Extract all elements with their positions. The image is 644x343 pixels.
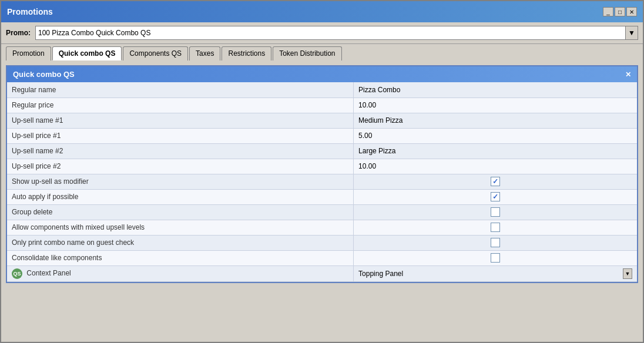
field-label-upsell-name-1: Up-sell name #1 <box>7 113 354 128</box>
table-row: Only print combo name on guest check <box>7 235 637 250</box>
field-cell-consolidate <box>354 250 637 265</box>
tab-promotion[interactable]: Promotion <box>6 46 51 60</box>
qs-icon: QS <box>12 268 22 279</box>
field-cell-show-upsell <box>354 174 637 189</box>
table-row: Up-sell name #2 Large Pizza <box>7 143 637 159</box>
checkbox-wrapper-auto-apply <box>358 192 632 201</box>
checkbox-allow-mixed[interactable] <box>491 223 500 232</box>
field-value-upsell-price-1[interactable]: 5.00 <box>354 128 637 143</box>
table-row: Auto apply if possible <box>7 189 637 204</box>
table-row: Regular name Pizza Combo <box>7 82 637 97</box>
dropdown-arrow-icon: ▼ <box>628 29 635 37</box>
minimize-button[interactable]: _ <box>603 7 613 16</box>
tab-token-distribution[interactable]: Token Distribution <box>273 46 341 60</box>
table-row: Consolidate like components <box>7 250 637 265</box>
field-cell-auto-apply <box>354 189 637 204</box>
table-row: Group delete <box>7 204 637 220</box>
window-title: Promotions <box>7 7 53 16</box>
checkbox-wrapper-group-delete <box>358 207 632 217</box>
field-cell-context-panel: Topping Panel ▼ <box>354 265 637 281</box>
table-row: QS Context Panel Topping Panel ▼ <box>7 265 637 281</box>
checkbox-wrapper-consolidate <box>358 253 632 263</box>
context-panel-label: Context Panel <box>26 269 71 277</box>
checkbox-wrapper-allow-mixed <box>358 223 632 232</box>
field-value-regular-name[interactable]: Pizza Combo <box>354 82 637 97</box>
field-cell-allow-mixed <box>354 220 637 235</box>
field-label-regular-price: Regular price <box>7 97 354 113</box>
field-label-upsell-price-1: Up-sell price #1 <box>7 128 354 143</box>
title-bar: Promotions _ □ ✕ <box>1 1 643 22</box>
table-row: Up-sell price #2 10.00 <box>7 159 637 174</box>
tab-restrictions[interactable]: Restrictions <box>222 46 271 60</box>
checkbox-show-upsell[interactable] <box>491 177 500 186</box>
panel-title: Quick combo QS <box>13 70 75 79</box>
tab-taxes[interactable]: Taxes <box>189 46 220 60</box>
field-label-show-upsell: Show up-sell as modifier <box>7 174 354 189</box>
field-label-only-print: Only print combo name on guest check <box>7 235 354 250</box>
select-arrow-icon: ▼ <box>625 271 630 277</box>
field-value-upsell-name-1[interactable]: Medium Pizza <box>354 113 637 128</box>
field-label-consolidate: Consolidate like components <box>7 250 354 265</box>
table-row: Allow components with mixed upsell level… <box>7 220 637 235</box>
tabs-row: Promotion Quick combo QS Components QS T… <box>1 44 643 60</box>
checkbox-consolidate[interactable] <box>491 253 500 263</box>
field-label-auto-apply: Auto apply if possible <box>7 189 354 204</box>
fields-table: Regular name Pizza Combo Regular price 1… <box>7 82 637 282</box>
context-panel-dropdown-arrow[interactable]: ▼ <box>623 268 632 279</box>
promo-select-wrapper[interactable]: 100 Pizza Combo Quick Combo QS ▼ <box>35 26 638 40</box>
promo-dropdown-arrow[interactable]: ▼ <box>625 26 638 40</box>
panel-close-icon[interactable]: ✕ <box>625 70 631 79</box>
checkbox-only-print[interactable] <box>491 238 500 247</box>
content-area: Quick combo QS ✕ Regular name Pizza Comb… <box>1 60 643 342</box>
field-cell-group-delete <box>354 204 637 220</box>
checkbox-auto-apply[interactable] <box>491 192 500 201</box>
field-label-upsell-price-2: Up-sell price #2 <box>7 159 354 174</box>
context-panel-value: Topping Panel <box>358 270 623 278</box>
promo-row: Promo: 100 Pizza Combo Quick Combo QS ▼ <box>1 22 643 44</box>
field-value-regular-price[interactable]: 10.00 <box>354 97 637 113</box>
table-row: Regular price 10.00 <box>7 97 637 113</box>
table-row: Show up-sell as modifier <box>7 174 637 189</box>
context-panel-select-wrapper[interactable]: Topping Panel ▼ <box>358 268 632 279</box>
field-value-upsell-name-2[interactable]: Large Pizza <box>354 143 637 159</box>
field-label-context-panel: QS Context Panel <box>7 265 354 281</box>
field-cell-only-print <box>354 235 637 250</box>
field-label-group-delete: Group delete <box>7 204 354 220</box>
maximize-button[interactable]: □ <box>615 7 625 16</box>
close-button[interactable]: ✕ <box>626 7 637 16</box>
field-value-upsell-price-2[interactable]: 10.00 <box>354 159 637 174</box>
quick-combo-panel: Quick combo QS ✕ Regular name Pizza Comb… <box>6 65 638 283</box>
tab-components-qs[interactable]: Components QS <box>123 46 188 60</box>
checkbox-wrapper-show-upsell <box>358 177 632 186</box>
promo-label: Promo: <box>6 29 31 37</box>
table-row: Up-sell price #1 5.00 <box>7 128 637 143</box>
field-label-regular-name: Regular name <box>7 82 354 97</box>
panel-header: Quick combo QS ✕ <box>7 66 637 82</box>
title-bar-controls: _ □ ✕ <box>603 7 637 16</box>
tab-quick-combo-qs[interactable]: Quick combo QS <box>52 46 122 60</box>
table-row: Up-sell name #1 Medium Pizza <box>7 113 637 128</box>
field-label-upsell-name-2: Up-sell name #2 <box>7 143 354 159</box>
field-label-allow-mixed: Allow components with mixed upsell level… <box>7 220 354 235</box>
checkbox-group-delete[interactable] <box>491 207 500 217</box>
main-window: Promotions _ □ ✕ Promo: 100 Pizza Combo … <box>0 0 644 343</box>
checkbox-wrapper-only-print <box>358 238 632 247</box>
promo-value: 100 Pizza Combo Quick Combo QS <box>35 26 638 40</box>
